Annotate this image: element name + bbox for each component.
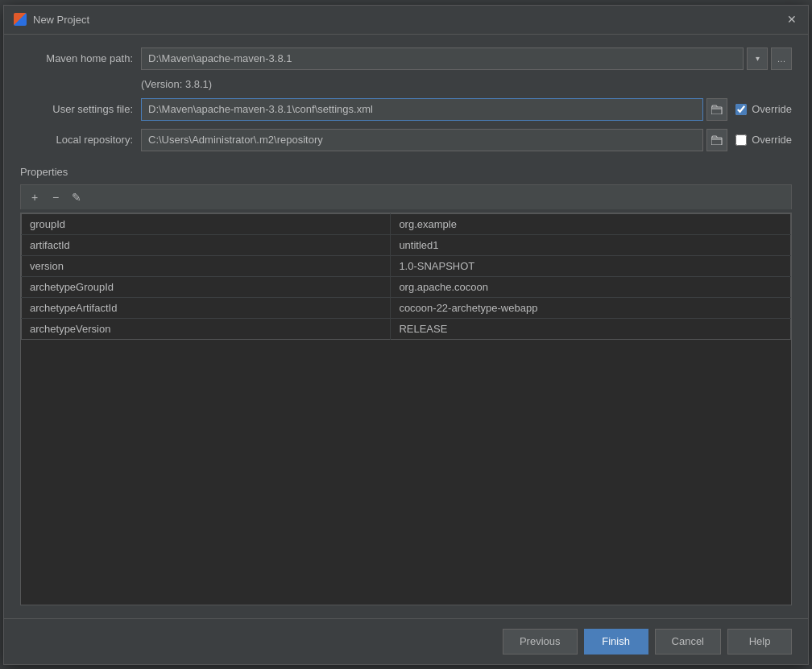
property-value: 1.0-SNAPSHOT: [391, 255, 791, 276]
settings-override-group: Override: [735, 103, 792, 115]
settings-label: User settings file:: [20, 103, 133, 115]
maven-home-browse[interactable]: …: [771, 47, 792, 70]
property-value: cocoon-22-archetype-webapp: [391, 297, 791, 318]
maven-home-input[interactable]: [141, 47, 744, 70]
help-button[interactable]: Help: [727, 629, 792, 655]
dialog-title: New Project: [33, 14, 89, 26]
cancel-button[interactable]: Cancel: [655, 629, 721, 655]
table-row[interactable]: archetypeVersion RELEASE: [22, 318, 791, 339]
settings-override-checkbox[interactable]: [735, 104, 747, 115]
settings-input[interactable]: [141, 98, 703, 121]
table-row[interactable]: version 1.0-SNAPSHOT: [22, 255, 791, 276]
close-button[interactable]: ✕: [785, 13, 798, 26]
table-row[interactable]: archetypeArtifactId cocoon-22-archetype-…: [22, 297, 791, 318]
previous-button[interactable]: Previous: [503, 629, 578, 655]
local-repo-row: Local repository: Override: [20, 129, 792, 151]
settings-row: User settings file: Override: [20, 98, 792, 121]
local-repo-input[interactable]: [141, 129, 703, 151]
property-value: org.example: [391, 213, 791, 234]
properties-title: Properties: [20, 166, 792, 178]
add-property-button[interactable]: +: [26, 188, 44, 206]
maven-home-dropdown[interactable]: ▾: [747, 47, 768, 70]
local-repo-override-label: Override: [752, 134, 792, 146]
settings-input-group: [141, 98, 727, 121]
properties-table: groupId org.example artifactId untitled1…: [21, 213, 791, 340]
new-project-dialog: New Project ✕ Maven home path: ▾ … (Vers…: [3, 5, 809, 665]
property-key: archetypeVersion: [22, 318, 391, 339]
svg-rect-1: [711, 138, 722, 145]
settings-browse[interactable]: [706, 98, 727, 121]
property-value: untitled1: [391, 234, 791, 255]
properties-section: Properties + − ✎ groupId org.example art…: [20, 166, 792, 605]
property-key: artifactId: [22, 234, 391, 255]
edit-property-button[interactable]: ✎: [68, 188, 85, 206]
properties-toolbar: + − ✎: [20, 184, 792, 209]
local-repo-label: Local repository:: [20, 134, 133, 146]
property-key: version: [22, 255, 391, 276]
table-row[interactable]: groupId org.example: [22, 213, 791, 234]
property-key: groupId: [22, 213, 391, 234]
properties-table-wrapper: groupId org.example artifactId untitled1…: [20, 213, 792, 605]
version-row: (Version: 3.8.1): [20, 78, 792, 90]
local-repo-input-group: [141, 129, 727, 151]
property-key: archetypeArtifactId: [22, 297, 391, 318]
table-row[interactable]: artifactId untitled1: [22, 234, 791, 255]
local-repo-browse[interactable]: [706, 129, 727, 151]
property-value: RELEASE: [391, 318, 791, 339]
dialog-footer: Previous Finish Cancel Help: [4, 618, 808, 664]
maven-home-input-group: ▾ …: [141, 47, 792, 70]
maven-home-label: Maven home path:: [20, 52, 133, 64]
local-repo-override-checkbox[interactable]: [735, 134, 747, 146]
svg-rect-0: [711, 107, 722, 114]
title-bar: New Project ✕: [4, 6, 808, 35]
remove-property-button[interactable]: −: [47, 188, 64, 206]
version-text: (Version: 3.8.1): [141, 78, 212, 90]
property-value: org.apache.cocoon: [391, 276, 791, 297]
settings-override-label: Override: [752, 103, 792, 115]
finish-button[interactable]: Finish: [584, 629, 648, 655]
local-repo-override-group: Override: [735, 134, 792, 146]
property-key: archetypeGroupId: [22, 276, 391, 297]
app-icon: [14, 13, 27, 26]
maven-home-row: Maven home path: ▾ …: [20, 47, 792, 70]
title-bar-left: New Project: [14, 13, 89, 26]
table-row[interactable]: archetypeGroupId org.apache.cocoon: [22, 276, 791, 297]
dialog-content: Maven home path: ▾ … (Version: 3.8.1) Us…: [4, 35, 808, 618]
